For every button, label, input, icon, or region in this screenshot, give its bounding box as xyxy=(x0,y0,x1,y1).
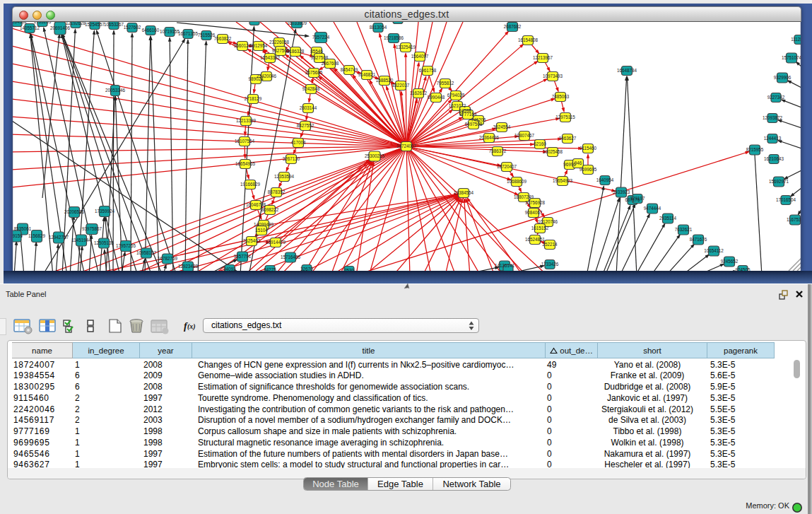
svg-text:12923488: 12923488 xyxy=(178,264,199,269)
svg-text:6497508: 6497508 xyxy=(465,122,483,127)
svg-text:1615152: 1615152 xyxy=(531,226,549,230)
svg-text:16033809: 16033809 xyxy=(287,22,307,25)
svg-text:15692971: 15692971 xyxy=(769,179,789,184)
svg-text:1244413: 1244413 xyxy=(764,136,782,141)
svg-text:39159: 39159 xyxy=(12,233,23,238)
svg-text:8427552: 8427552 xyxy=(297,123,314,128)
svg-text:9242848: 9242848 xyxy=(302,86,320,91)
svg-text:8322037: 8322037 xyxy=(392,83,410,88)
svg-text:15716485: 15716485 xyxy=(281,255,301,259)
svg-text:10973493: 10973493 xyxy=(543,74,563,78)
svg-text:6961758: 6961758 xyxy=(419,68,437,73)
svg-text:12213967: 12213967 xyxy=(533,55,553,60)
svg-text:16782759: 16782759 xyxy=(158,256,178,261)
svg-text:32670: 32670 xyxy=(300,267,313,271)
svg-text:8698222: 8698222 xyxy=(261,207,279,212)
svg-text:9607325: 9607325 xyxy=(246,22,264,23)
svg-text:1162612: 1162612 xyxy=(410,90,428,95)
svg-text:16210643: 16210643 xyxy=(764,156,784,161)
svg-text:93975867: 93975867 xyxy=(82,226,102,231)
svg-text:1564097: 1564097 xyxy=(411,54,429,59)
svg-text:1621072: 1621072 xyxy=(449,103,466,108)
svg-text:8471676: 8471676 xyxy=(690,237,707,242)
svg-text:3675685: 3675685 xyxy=(305,70,323,75)
svg-text:9463627: 9463627 xyxy=(559,136,577,141)
svg-text:6466160: 6466160 xyxy=(142,28,160,33)
svg-text:12192628: 12192628 xyxy=(66,22,86,25)
svg-text:10719155: 10719155 xyxy=(160,29,180,34)
svg-text:8454749: 8454749 xyxy=(341,67,358,72)
svg-text:3624554: 3624554 xyxy=(493,124,511,129)
svg-text:19166829: 19166829 xyxy=(240,182,261,187)
svg-text:6794028: 6794028 xyxy=(447,93,465,98)
svg-text:20364436: 20364436 xyxy=(479,135,500,140)
svg-text:16654965: 16654965 xyxy=(235,161,256,166)
svg-text:12505135: 12505135 xyxy=(94,240,114,245)
svg-text:13325419: 13325419 xyxy=(396,45,416,49)
svg-text:25300215: 25300215 xyxy=(365,153,385,158)
svg-text:11451944: 11451944 xyxy=(71,238,91,243)
svg-text:9227342: 9227342 xyxy=(767,95,785,100)
svg-text:14055712: 14055712 xyxy=(20,25,40,30)
svg-text:9457791: 9457791 xyxy=(234,254,252,259)
svg-text:12213389: 12213389 xyxy=(236,118,257,123)
svg-text:7955812: 7955812 xyxy=(437,81,454,86)
svg-text:17016504: 17016504 xyxy=(776,197,796,202)
svg-text:16671355: 16671355 xyxy=(178,31,199,36)
svg-text:2867608: 2867608 xyxy=(322,61,339,66)
svg-text:18720407: 18720407 xyxy=(497,164,517,169)
svg-text:2718129: 2718129 xyxy=(245,96,262,101)
svg-text:8535061: 8535061 xyxy=(14,226,32,231)
svg-text:10654112: 10654112 xyxy=(704,248,724,253)
svg-text:5933923: 5933923 xyxy=(613,189,630,194)
svg-text:9245652: 9245652 xyxy=(721,259,739,264)
svg-text:8813054: 8813054 xyxy=(370,25,387,30)
svg-text:19384554: 19384554 xyxy=(454,190,474,195)
svg-text:10688609: 10688609 xyxy=(507,179,527,184)
svg-text:9115460: 9115460 xyxy=(579,146,597,151)
svg-text:20206536: 20206536 xyxy=(64,209,85,214)
svg-text:84275: 84275 xyxy=(264,267,276,271)
svg-text:10756928: 10756928 xyxy=(525,200,546,205)
svg-text:7485063: 7485063 xyxy=(552,94,570,99)
svg-text:8912954: 8912954 xyxy=(250,43,268,48)
svg-text:12975115: 12975115 xyxy=(555,115,575,119)
svg-text:10958107: 10958107 xyxy=(136,250,157,255)
svg-text:16107554: 16107554 xyxy=(235,139,255,144)
svg-text:15104: 15104 xyxy=(255,228,268,233)
svg-text:10120746: 10120746 xyxy=(538,219,558,224)
svg-text:417004: 417004 xyxy=(290,140,306,145)
svg-text:85546: 85546 xyxy=(310,49,323,54)
svg-text:2803144: 2803144 xyxy=(300,105,317,110)
svg-text:8878352: 8878352 xyxy=(268,189,286,194)
svg-text:1733426: 1733426 xyxy=(541,262,559,267)
svg-text:2935114: 2935114 xyxy=(659,216,677,221)
svg-text:18807249: 18807249 xyxy=(514,194,534,199)
svg-text:252214: 252214 xyxy=(542,242,558,247)
svg-text:9660124: 9660124 xyxy=(234,43,252,48)
svg-text:20053346: 20053346 xyxy=(105,88,126,93)
svg-text:17359924: 17359924 xyxy=(95,209,115,214)
svg-text:1588520: 1588520 xyxy=(376,78,394,83)
svg-text:16543382: 16543382 xyxy=(260,55,281,60)
svg-text:9146821: 9146821 xyxy=(358,72,376,77)
svg-text:12093872: 12093872 xyxy=(763,115,783,120)
svg-text:1167533: 1167533 xyxy=(787,217,801,222)
svg-text:10025458: 10025458 xyxy=(543,149,563,154)
svg-text:16914479: 16914479 xyxy=(266,240,286,245)
svg-text:1156829: 1156829 xyxy=(28,233,46,238)
svg-text:1112843: 1112843 xyxy=(791,37,801,42)
svg-text:16046798: 16046798 xyxy=(246,202,266,207)
svg-text:2530: 2530 xyxy=(344,268,355,271)
svg-text:19218586: 19218586 xyxy=(384,35,404,40)
svg-text:7663822: 7663822 xyxy=(214,36,232,41)
svg-text:62160: 62160 xyxy=(534,141,546,146)
svg-text:1755203: 1755203 xyxy=(34,22,52,24)
svg-text:14136141: 14136141 xyxy=(495,263,515,268)
svg-text:20691406: 20691406 xyxy=(50,25,71,30)
svg-text:14099489: 14099489 xyxy=(254,222,274,227)
svg-text:16524851: 16524851 xyxy=(525,237,546,242)
svg-text:19654923: 19654923 xyxy=(553,178,573,183)
svg-text:23226058: 23226058 xyxy=(269,40,290,45)
svg-text:9777169: 9777169 xyxy=(459,112,477,117)
